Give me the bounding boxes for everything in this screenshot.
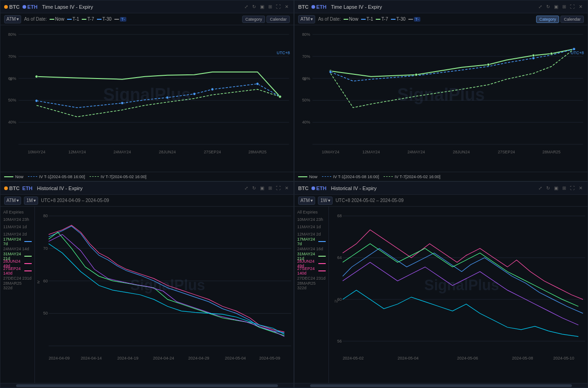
svg-text:2024-05-10: 2024-05-10 bbox=[553, 356, 574, 360]
coin-badge-btc-br[interactable]: BTC bbox=[298, 186, 309, 191]
close-icon-tr[interactable]: ✕ bbox=[577, 4, 584, 10]
layout1-icon-bl[interactable]: ▣ bbox=[259, 185, 266, 191]
cb-now-tr[interactable]: Now bbox=[344, 17, 358, 22]
category-btn-tr[interactable]: Category bbox=[536, 16, 560, 23]
coin-badge-btc-bl[interactable]: BTC bbox=[4, 186, 20, 191]
cb-t7-tr[interactable]: T-7 bbox=[376, 17, 388, 22]
scrollbar-br[interactable] bbox=[294, 383, 588, 388]
expiry-all-bl[interactable]: All Expiries bbox=[0, 208, 34, 216]
close-icon-bl[interactable]: ✕ bbox=[283, 185, 290, 191]
svg-text:2024-05-02: 2024-05-02 bbox=[343, 356, 364, 360]
bottom-right-toolbar: ATM ▾ 1W ▾ UTC+8 2024-05-02 – 2024-05-09 bbox=[294, 195, 588, 207]
refresh-icon-tr[interactable]: ↻ bbox=[545, 4, 551, 10]
cb-t7-tl[interactable]: T-7 bbox=[82, 17, 94, 22]
bottom-left-title: Historical IV - Expiry bbox=[37, 186, 83, 191]
cb-now-tl[interactable]: Now bbox=[50, 17, 64, 22]
svg-text:28MAR25: 28MAR25 bbox=[543, 150, 560, 154]
cb-t1-tr[interactable]: T-1 bbox=[361, 17, 373, 22]
t30-line-tl bbox=[97, 19, 102, 20]
expiry-17may-br[interactable]: 17MAY24 7d bbox=[294, 238, 328, 245]
calendar-btn-tl[interactable]: Calendar bbox=[266, 16, 290, 23]
layout2-icon-bl[interactable]: ⊞ bbox=[267, 185, 273, 191]
eth-dot bbox=[23, 5, 26, 9]
svg-point-22 bbox=[256, 83, 259, 85]
svg-text:60: 60 bbox=[43, 279, 48, 283]
t7-line-tr bbox=[376, 19, 380, 20]
bottom-left-svg: 80 70 60 50 2024-04-09 2024-04-14 2024-0… bbox=[35, 207, 294, 383]
svg-text:28JUN24: 28JUN24 bbox=[453, 150, 470, 154]
expiry-28mar-br[interactable]: 28MAR25 322d bbox=[294, 282, 328, 289]
layout1-icon-tr[interactable]: ▣ bbox=[553, 4, 560, 10]
svg-text:70: 70 bbox=[43, 246, 48, 251]
cb-tx-tl[interactable]: T- bbox=[114, 17, 126, 22]
expiry-27sep-bl[interactable]: 27SEP24 140d bbox=[0, 267, 34, 275]
refresh-icon-br[interactable]: ↻ bbox=[545, 185, 551, 191]
layout2-icon[interactable]: ⊞ bbox=[267, 4, 273, 10]
svg-point-17 bbox=[35, 99, 38, 102]
coin-badge-eth-br[interactable]: ETH bbox=[311, 186, 327, 191]
expiry-line-28jun-bl bbox=[24, 263, 32, 264]
expand-icon-bl[interactable]: ⤢ bbox=[243, 185, 249, 191]
calendar-btn-tr[interactable]: Calendar bbox=[560, 16, 584, 23]
scrollbar-thumb-br[interactable] bbox=[310, 384, 572, 387]
svg-text:80%: 80% bbox=[8, 32, 17, 37]
cb-tx-tr[interactable]: T- bbox=[408, 17, 420, 22]
atm-select-br[interactable]: ATM ▾ bbox=[298, 197, 315, 205]
expiry-28mar-bl[interactable]: 28MAR25 322d bbox=[0, 282, 34, 289]
svg-text:2024-05-06: 2024-05-06 bbox=[457, 356, 478, 360]
expiry-17may-bl[interactable]: 17MAY24 7d bbox=[0, 238, 34, 245]
coin-badge-eth-bl[interactable]: ETH bbox=[23, 186, 33, 191]
t30-line-tr bbox=[391, 19, 396, 20]
svg-text:2024-04-29: 2024-04-29 bbox=[188, 356, 209, 360]
top-right-svg: 80% 70% 60% 50% 40% 10MAY24 12MAY24 24MA… bbox=[294, 25, 588, 172]
period-select-br[interactable]: 1W ▾ bbox=[318, 197, 333, 205]
expiry-line-17may-bl bbox=[24, 241, 32, 242]
atm-select-bl[interactable]: ATM ▾ bbox=[4, 197, 21, 205]
expiry-11may-bl[interactable]: 11MAY24 1d bbox=[0, 223, 34, 231]
refresh-icon-bl[interactable]: ↻ bbox=[251, 185, 257, 191]
expiry-27sep-br[interactable]: 27SEP24 140d bbox=[294, 267, 328, 275]
layout2-icon-tr[interactable]: ⊞ bbox=[561, 4, 567, 10]
maximize-icon-br[interactable]: ⛶ bbox=[569, 185, 576, 191]
top-right-toolbar: ATM ▾ As of Date: Now T-1 T-7 T-30 bbox=[294, 13, 588, 25]
expiry-10may-bl[interactable]: 10MAY24 23h bbox=[0, 216, 34, 223]
expiry-all-br[interactable]: All Expiries bbox=[294, 208, 328, 216]
coin-badge-eth-tl[interactable]: ETH bbox=[23, 4, 38, 10]
coin-badge-eth-tr[interactable]: ETH bbox=[311, 4, 327, 10]
refresh-icon[interactable]: ↻ bbox=[251, 4, 257, 10]
expand-icon[interactable]: ⤢ bbox=[243, 4, 249, 10]
expiry-10may-br[interactable]: 10MAY24 23h bbox=[294, 216, 328, 223]
svg-text:12MAY24: 12MAY24 bbox=[68, 150, 86, 154]
svg-text:28JUN24: 28JUN24 bbox=[159, 150, 176, 154]
scrollbar-bl[interactable] bbox=[0, 383, 294, 388]
maximize-icon-bl[interactable]: ⛶ bbox=[275, 185, 282, 191]
layout1-icon-br[interactable]: ▣ bbox=[553, 185, 560, 191]
cb-t30-tr[interactable]: T-30 bbox=[391, 17, 406, 22]
cb-t1-tl[interactable]: T-1 bbox=[67, 17, 79, 22]
atm-select-tl[interactable]: ATM ▾ bbox=[4, 15, 21, 23]
layout1-icon[interactable]: ▣ bbox=[259, 4, 266, 10]
atm-select-tr[interactable]: ATM ▾ bbox=[298, 15, 315, 23]
t7-line-legend-tr bbox=[384, 176, 393, 177]
maximize-icon-tr[interactable]: ⛶ bbox=[569, 4, 576, 10]
bottom-left-chart-row: All Expiries 10MAY24 23h 11MAY24 1d 12MA… bbox=[0, 207, 294, 383]
legend-t1-tl: IV T-1[2024-05-08 16:00] bbox=[28, 174, 85, 179]
close-icon-br[interactable]: ✕ bbox=[577, 185, 584, 191]
atm-chevron: ▾ bbox=[17, 17, 19, 22]
svg-point-20 bbox=[193, 93, 196, 96]
maximize-icon[interactable]: ⛶ bbox=[275, 4, 282, 10]
expand-icon-br[interactable]: ⤢ bbox=[537, 185, 543, 191]
cb-t30-tl[interactable]: T-30 bbox=[97, 17, 112, 22]
scrollbar-thumb-bl[interactable] bbox=[16, 384, 278, 387]
expiry-11may-br[interactable]: 11MAY24 1d bbox=[294, 223, 328, 231]
close-icon[interactable]: ✕ bbox=[283, 4, 290, 10]
expand-icon-tr[interactable]: ⤢ bbox=[537, 4, 543, 10]
period-select-bl[interactable]: 1M ▾ bbox=[24, 197, 38, 205]
utc-badge-tr: UTC+8 bbox=[571, 51, 584, 55]
coin-badge-btc-tl[interactable]: BTC bbox=[4, 4, 20, 10]
coin-badge-btc-tr[interactable]: BTC bbox=[298, 4, 309, 10]
category-btn-tl[interactable]: Category bbox=[242, 16, 266, 23]
bottom-left-header: BTC ETH Historical IV - Expiry ⤢ ↻ ▣ ⊞ ⛶… bbox=[0, 182, 294, 195]
btc-dot bbox=[4, 5, 8, 9]
layout2-icon-br[interactable]: ⊞ bbox=[561, 185, 567, 191]
